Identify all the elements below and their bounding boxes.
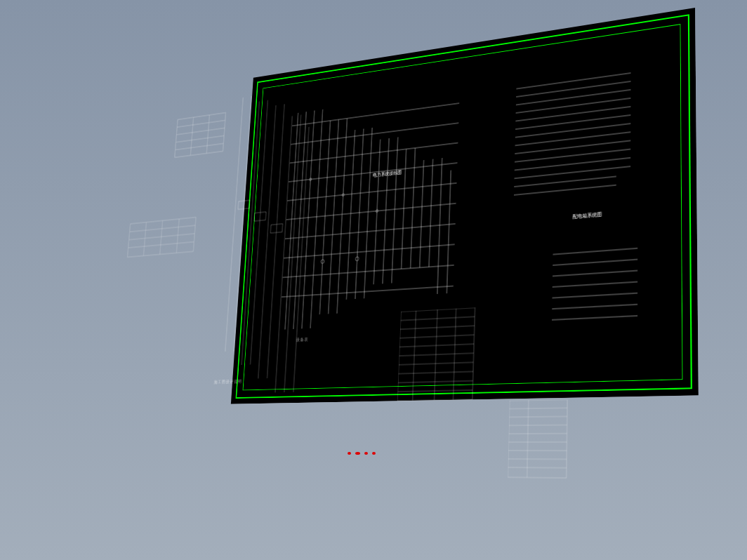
- bom-table: [397, 307, 481, 411]
- svg-line-18: [447, 171, 451, 293]
- svg-line-13: [402, 149, 406, 269]
- svg-line-68: [176, 135, 224, 142]
- svg-line-86: [129, 234, 195, 240]
- svg-line-112: [508, 467, 567, 468]
- svg-line-53: [553, 248, 637, 255]
- svg-line-17: [437, 158, 442, 294]
- red-dot: [355, 452, 360, 455]
- svg-line-89: [160, 220, 163, 254]
- svg-line-101: [413, 311, 416, 401]
- svg-line-95: [399, 344, 474, 347]
- svg-line-67: [176, 128, 225, 135]
- floating-components: [236, 196, 284, 236]
- svg-line-45: [515, 132, 631, 145]
- svg-line-88: [143, 222, 146, 256]
- svg-line-100: [397, 390, 472, 392]
- svg-line-69: [176, 143, 224, 149]
- svg-line-75: [250, 100, 267, 365]
- svg-rect-84: [127, 218, 196, 258]
- svg-line-66: [177, 120, 225, 127]
- svg-line-94: [400, 335, 475, 338]
- floating-table-1: [175, 113, 226, 158]
- svg-line-74: [242, 101, 259, 365]
- svg-line-48: [515, 158, 630, 171]
- svg-line-113: [527, 400, 529, 477]
- floating-vertical-runs: [223, 87, 312, 394]
- svg-line-105: [509, 408, 567, 408]
- red-accent-marks: [348, 452, 376, 455]
- svg-line-93: [400, 326, 475, 329]
- svg-line-106: [509, 416, 567, 417]
- svg-line-41: [516, 98, 631, 113]
- svg-line-46: [515, 140, 630, 154]
- svg-line-71: [206, 115, 209, 154]
- svg-line-78: [275, 116, 292, 392]
- svg-line-56: [553, 282, 637, 287]
- lower-title-block: [508, 399, 574, 488]
- floating-label-2: 设备表: [296, 337, 308, 344]
- floating-label-1: 施工图设计说明: [213, 378, 242, 385]
- svg-line-99: [398, 381, 473, 383]
- svg-rect-104: [508, 399, 567, 478]
- svg-line-57: [553, 293, 638, 298]
- svg-line-80: [293, 127, 309, 392]
- svg-line-49: [515, 166, 631, 178]
- svg-line-90: [176, 219, 179, 253]
- svg-line-85: [130, 225, 196, 232]
- svg-line-50: [514, 176, 616, 187]
- svg-line-98: [398, 371, 473, 373]
- svg-line-92: [401, 316, 475, 320]
- svg-line-76: [258, 105, 276, 378]
- svg-line-47: [515, 149, 630, 162]
- svg-rect-91: [397, 307, 475, 401]
- svg-line-16: [429, 159, 433, 267]
- svg-line-103: [453, 309, 456, 400]
- svg-line-96: [399, 353, 473, 356]
- svg-line-12: [392, 137, 398, 283]
- svg-line-44: [515, 124, 630, 138]
- svg-line-70: [190, 117, 193, 155]
- svg-line-79: [284, 115, 301, 392]
- svg-line-15: [420, 160, 424, 267]
- svg-line-77: [267, 104, 284, 378]
- svg-line-40: [516, 90, 631, 105]
- svg-line-43: [515, 115, 630, 129]
- red-dot: [364, 452, 368, 455]
- cad-viewport[interactable]: 电力系统接线图 配电箱系统图: [0, 0, 747, 560]
- svg-line-107: [509, 425, 567, 426]
- panel-heading-2: 配电箱系统图: [573, 211, 602, 221]
- svg-rect-65: [175, 113, 226, 158]
- svg-line-73: [234, 96, 251, 351]
- floating-table-group: [117, 206, 237, 321]
- svg-line-87: [128, 242, 194, 248]
- red-dot: [372, 452, 376, 455]
- red-dot: [348, 452, 351, 455]
- svg-line-102: [435, 309, 438, 400]
- svg-line-14: [411, 148, 416, 268]
- svg-line-42: [515, 107, 630, 121]
- svg-line-97: [399, 362, 473, 365]
